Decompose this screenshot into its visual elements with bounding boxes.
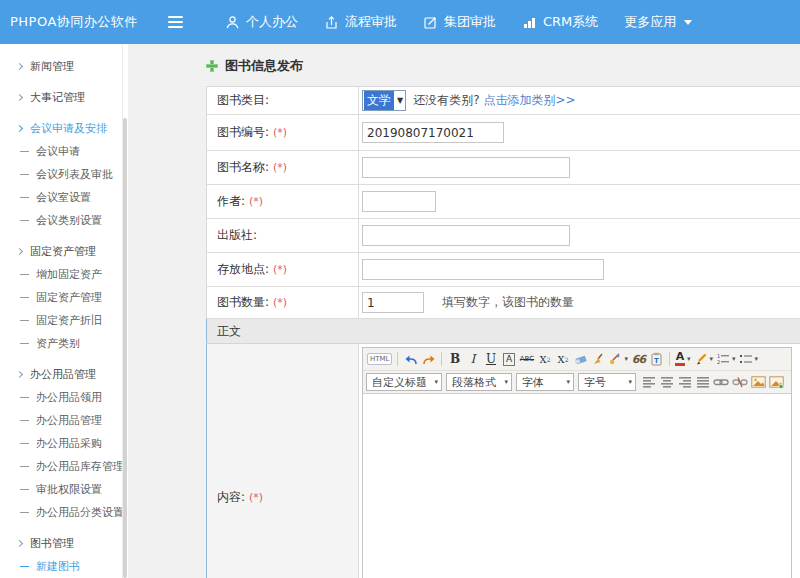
book-name-label: 图书名称: [217,159,269,176]
nav-personal-office[interactable]: 个人办公 [225,13,298,31]
sidebar-item-meeting-list[interactable]: 会议列表及审批 [0,163,128,186]
svg-text:T: T [654,357,659,365]
publisher-label: 出版社: [217,227,257,244]
author-input[interactable] [362,191,436,212]
required-mark: (*) [273,296,287,309]
unlink-icon[interactable] [731,373,749,391]
user-icon [225,15,240,30]
dash-icon [20,297,29,298]
editor-content-area[interactable] [363,394,791,578]
eraser-icon[interactable] [572,350,589,368]
italic-button[interactable]: I [464,350,481,368]
align-left-icon[interactable] [640,373,657,391]
font-color-button[interactable]: A▾ [674,350,692,368]
caret-down-icon: ▾ [755,355,759,363]
dash-icon [20,566,29,567]
nav-more-apps[interactable]: 更多应用 [624,13,692,31]
image-icon[interactable] [750,373,767,391]
sidebar-item-asset-add[interactable]: 增加固定资产 [0,263,128,286]
paragraph-format-select[interactable]: 段落格式▾ [446,373,512,391]
redo-button[interactable] [420,350,437,368]
ordered-list-icon[interactable]: 12▾ [715,350,737,368]
required-mark: (*) [273,161,287,174]
bold-button[interactable]: B [446,350,463,368]
chevron-right-icon [16,62,23,69]
underline-button[interactable]: U [482,350,499,368]
sidebar-item-approval-permission[interactable]: 审批权限设置 [0,478,128,501]
blockquote-button[interactable]: 66 [630,350,647,368]
dash-icon [20,512,29,513]
sidebar-group-news[interactable]: 新闻管理 [0,54,128,78]
add-category-link[interactable]: 点击添加类别>> [484,92,576,109]
category-label: 图书类目: [217,92,269,109]
category-select[interactable]: 文学 ▼ [362,90,406,111]
sidebar-item-asset-manage[interactable]: 固定资产管理 [0,286,128,309]
menu-hamburger-icon[interactable] [168,16,183,28]
page-title-row: 图书信息发布 [206,57,800,75]
content-label: 内容: [217,489,245,506]
nav-group-approval[interactable]: 集团审批 [423,13,496,31]
font-family-select[interactable]: 字体▾ [516,373,574,391]
font-size-select[interactable]: 字号▾ [578,373,636,391]
dash-icon [20,320,29,321]
format-brush-icon[interactable]: ▾ [608,350,629,368]
book-name-input[interactable] [362,157,570,178]
author-label: 作者: [217,193,245,210]
clear-format-broom-icon[interactable] [590,350,607,368]
sidebar-item-asset-category[interactable]: 资产类别 [0,332,128,355]
sidebar-item-supplies-claim[interactable]: 办公用品领用 [0,386,128,409]
unordered-list-icon[interactable]: ▾ [738,350,760,368]
book-no-label: 图书编号: [217,124,269,141]
sidebar-item-meeting-category[interactable]: 会议类别设置 [0,209,128,232]
superscript-button[interactable]: X2 [536,350,553,368]
align-right-icon[interactable] [676,373,693,391]
quantity-hint: 填写数字，该图书的数量 [442,294,574,311]
book-form: 图书类目: 文学 ▼ 还没有类别? 点击添加类别>> 图书编号:(*) 图书名称… [206,86,800,578]
publisher-input[interactable] [362,225,570,246]
custom-title-select[interactable]: 自定义标题▾ [366,373,442,391]
quantity-input[interactable] [362,292,424,313]
justify-icon[interactable] [694,373,711,391]
sidebar-scrollbar-thumb[interactable] [123,118,127,578]
dash-icon [20,489,29,490]
sidebar-group-meeting[interactable]: 会议申请及安排 [0,116,128,140]
sidebar-group-memorabilia[interactable]: 大事记管理 [0,85,128,109]
sidebar-group-supplies[interactable]: 办公用品管理 [0,362,128,386]
caret-down-icon: ▼ [397,96,403,105]
dash-icon [20,397,29,398]
sidebar-item-supplies-stock[interactable]: 办公用品库存管理 [0,455,128,478]
subscript-button[interactable]: X2 [554,350,571,368]
app-logo: PHPOA协同办公软件 [0,13,168,31]
batch-image-icon[interactable] [768,373,785,391]
html-source-button[interactable]: HTML [366,350,393,368]
sidebar-item-supplies-manage[interactable]: 办公用品管理 [0,409,128,432]
dash-icon [20,274,29,275]
remove-format-button[interactable]: A [500,350,517,368]
link-icon[interactable] [712,373,730,391]
main-content: 图书信息发布 图书类目: 文学 ▼ 还没有类别? 点击添加类别>> 图书编号:(… [128,44,800,578]
caret-down-icon: ▾ [687,355,691,363]
paste-as-text-icon[interactable]: T [648,350,665,368]
sidebar-item-asset-depreciation[interactable]: 固定资产折旧 [0,309,128,332]
sidebar-item-meeting-room[interactable]: 会议室设置 [0,186,128,209]
caret-down-icon: ▾ [566,378,570,386]
nav-crm[interactable]: CRM系统 [522,13,598,31]
sidebar-item-supplies-category[interactable]: 办公用品分类设置 [0,501,128,524]
dash-icon [20,174,29,175]
dash-icon [20,420,29,421]
rich-text-editor: HTML B I U A ABC X2 X2 [362,347,792,578]
highlight-pen-icon[interactable]: ▾ [693,350,715,368]
align-center-icon[interactable] [658,373,675,391]
undo-button[interactable] [402,350,419,368]
dash-icon [20,343,29,344]
caret-down-icon: ▾ [710,355,714,363]
strikethrough-button[interactable]: ABC [518,350,535,368]
sidebar-item-meeting-apply[interactable]: 会议申请 [0,140,128,163]
book-no-input[interactable] [362,122,504,143]
sidebar-group-assets[interactable]: 固定资产管理 [0,239,128,263]
location-input[interactable] [362,259,604,280]
sidebar-item-supplies-purchase[interactable]: 办公用品采购 [0,432,128,455]
sidebar-item-new-book[interactable]: 新建图书 [0,555,128,578]
nav-flow-approval[interactable]: 流程审批 [324,13,397,31]
sidebar-group-books[interactable]: 图书管理 [0,531,128,555]
